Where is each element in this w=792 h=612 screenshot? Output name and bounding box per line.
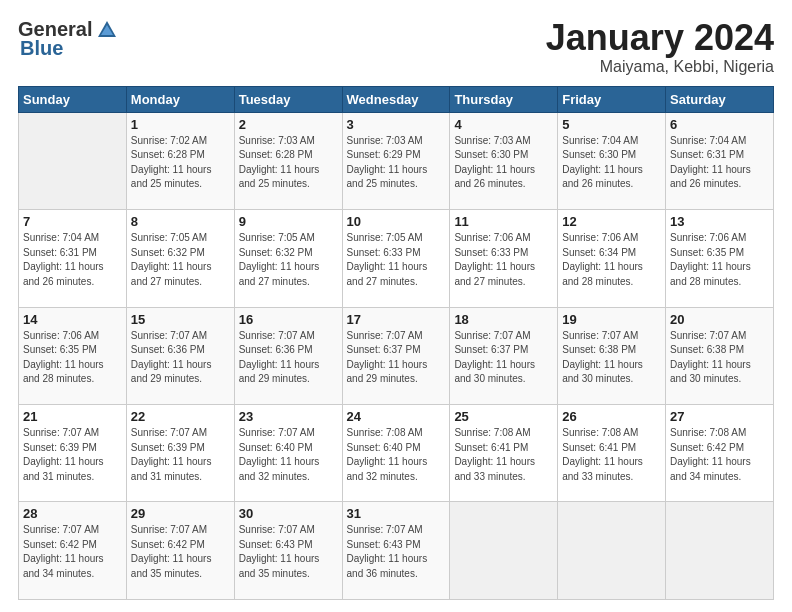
day-info: Sunrise: 7:07 AMSunset: 6:42 PMDaylight:… bbox=[23, 523, 122, 581]
col-friday: Friday bbox=[558, 86, 666, 112]
day-number: 20 bbox=[670, 312, 769, 327]
col-tuesday: Tuesday bbox=[234, 86, 342, 112]
day-number: 6 bbox=[670, 117, 769, 132]
table-row: 12Sunrise: 7:06 AMSunset: 6:34 PMDayligh… bbox=[558, 210, 666, 307]
day-number: 22 bbox=[131, 409, 230, 424]
table-row: 28Sunrise: 7:07 AMSunset: 6:42 PMDayligh… bbox=[19, 502, 127, 600]
day-info: Sunrise: 7:08 AMSunset: 6:41 PMDaylight:… bbox=[562, 426, 661, 484]
table-row: 8Sunrise: 7:05 AMSunset: 6:32 PMDaylight… bbox=[126, 210, 234, 307]
calendar-week-row: 28Sunrise: 7:07 AMSunset: 6:42 PMDayligh… bbox=[19, 502, 774, 600]
day-number: 31 bbox=[347, 506, 446, 521]
day-info: Sunrise: 7:02 AMSunset: 6:28 PMDaylight:… bbox=[131, 134, 230, 192]
day-info: Sunrise: 7:07 AMSunset: 6:42 PMDaylight:… bbox=[131, 523, 230, 581]
day-number: 2 bbox=[239, 117, 338, 132]
day-info: Sunrise: 7:07 AMSunset: 6:39 PMDaylight:… bbox=[131, 426, 230, 484]
table-row: 23Sunrise: 7:07 AMSunset: 6:40 PMDayligh… bbox=[234, 405, 342, 502]
table-row: 27Sunrise: 7:08 AMSunset: 6:42 PMDayligh… bbox=[666, 405, 774, 502]
table-row: 19Sunrise: 7:07 AMSunset: 6:38 PMDayligh… bbox=[558, 307, 666, 404]
day-info: Sunrise: 7:08 AMSunset: 6:40 PMDaylight:… bbox=[347, 426, 446, 484]
day-number: 5 bbox=[562, 117, 661, 132]
day-number: 16 bbox=[239, 312, 338, 327]
table-row bbox=[558, 502, 666, 600]
day-number: 12 bbox=[562, 214, 661, 229]
day-info: Sunrise: 7:07 AMSunset: 6:36 PMDaylight:… bbox=[239, 329, 338, 387]
day-number: 1 bbox=[131, 117, 230, 132]
day-info: Sunrise: 7:05 AMSunset: 6:33 PMDaylight:… bbox=[347, 231, 446, 289]
day-info: Sunrise: 7:04 AMSunset: 6:30 PMDaylight:… bbox=[562, 134, 661, 192]
calendar-week-row: 14Sunrise: 7:06 AMSunset: 6:35 PMDayligh… bbox=[19, 307, 774, 404]
table-row: 5Sunrise: 7:04 AMSunset: 6:30 PMDaylight… bbox=[558, 112, 666, 209]
table-row: 25Sunrise: 7:08 AMSunset: 6:41 PMDayligh… bbox=[450, 405, 558, 502]
calendar-table: Sunday Monday Tuesday Wednesday Thursday… bbox=[18, 86, 774, 600]
day-number: 21 bbox=[23, 409, 122, 424]
day-number: 7 bbox=[23, 214, 122, 229]
table-row: 26Sunrise: 7:08 AMSunset: 6:41 PMDayligh… bbox=[558, 405, 666, 502]
table-row bbox=[19, 112, 127, 209]
table-row: 14Sunrise: 7:06 AMSunset: 6:35 PMDayligh… bbox=[19, 307, 127, 404]
calendar-header-row: Sunday Monday Tuesday Wednesday Thursday… bbox=[19, 86, 774, 112]
day-number: 28 bbox=[23, 506, 122, 521]
day-number: 26 bbox=[562, 409, 661, 424]
table-row: 4Sunrise: 7:03 AMSunset: 6:30 PMDaylight… bbox=[450, 112, 558, 209]
col-saturday: Saturday bbox=[666, 86, 774, 112]
day-number: 3 bbox=[347, 117, 446, 132]
day-info: Sunrise: 7:07 AMSunset: 6:37 PMDaylight:… bbox=[454, 329, 553, 387]
table-row: 20Sunrise: 7:07 AMSunset: 6:38 PMDayligh… bbox=[666, 307, 774, 404]
header: General Blue January 2024 Maiyama, Kebbi… bbox=[18, 18, 774, 76]
day-number: 15 bbox=[131, 312, 230, 327]
day-number: 29 bbox=[131, 506, 230, 521]
table-row: 11Sunrise: 7:06 AMSunset: 6:33 PMDayligh… bbox=[450, 210, 558, 307]
page: General Blue January 2024 Maiyama, Kebbi… bbox=[0, 0, 792, 612]
day-number: 18 bbox=[454, 312, 553, 327]
table-row: 3Sunrise: 7:03 AMSunset: 6:29 PMDaylight… bbox=[342, 112, 450, 209]
calendar-subtitle: Maiyama, Kebbi, Nigeria bbox=[546, 58, 774, 76]
day-number: 9 bbox=[239, 214, 338, 229]
day-number: 23 bbox=[239, 409, 338, 424]
day-number: 17 bbox=[347, 312, 446, 327]
day-info: Sunrise: 7:07 AMSunset: 6:43 PMDaylight:… bbox=[239, 523, 338, 581]
col-wednesday: Wednesday bbox=[342, 86, 450, 112]
day-info: Sunrise: 7:07 AMSunset: 6:39 PMDaylight:… bbox=[23, 426, 122, 484]
calendar-week-row: 7Sunrise: 7:04 AMSunset: 6:31 PMDaylight… bbox=[19, 210, 774, 307]
table-row bbox=[666, 502, 774, 600]
table-row: 16Sunrise: 7:07 AMSunset: 6:36 PMDayligh… bbox=[234, 307, 342, 404]
day-number: 30 bbox=[239, 506, 338, 521]
calendar-week-row: 1Sunrise: 7:02 AMSunset: 6:28 PMDaylight… bbox=[19, 112, 774, 209]
title-block: January 2024 Maiyama, Kebbi, Nigeria bbox=[546, 18, 774, 76]
day-info: Sunrise: 7:05 AMSunset: 6:32 PMDaylight:… bbox=[239, 231, 338, 289]
calendar-title: January 2024 bbox=[546, 18, 774, 58]
day-info: Sunrise: 7:05 AMSunset: 6:32 PMDaylight:… bbox=[131, 231, 230, 289]
day-info: Sunrise: 7:07 AMSunset: 6:38 PMDaylight:… bbox=[670, 329, 769, 387]
table-row: 22Sunrise: 7:07 AMSunset: 6:39 PMDayligh… bbox=[126, 405, 234, 502]
day-info: Sunrise: 7:04 AMSunset: 6:31 PMDaylight:… bbox=[23, 231, 122, 289]
col-monday: Monday bbox=[126, 86, 234, 112]
table-row: 9Sunrise: 7:05 AMSunset: 6:32 PMDaylight… bbox=[234, 210, 342, 307]
day-number: 10 bbox=[347, 214, 446, 229]
day-info: Sunrise: 7:07 AMSunset: 6:36 PMDaylight:… bbox=[131, 329, 230, 387]
day-number: 14 bbox=[23, 312, 122, 327]
day-number: 24 bbox=[347, 409, 446, 424]
day-info: Sunrise: 7:07 AMSunset: 6:40 PMDaylight:… bbox=[239, 426, 338, 484]
table-row: 2Sunrise: 7:03 AMSunset: 6:28 PMDaylight… bbox=[234, 112, 342, 209]
table-row: 31Sunrise: 7:07 AMSunset: 6:43 PMDayligh… bbox=[342, 502, 450, 600]
table-row: 18Sunrise: 7:07 AMSunset: 6:37 PMDayligh… bbox=[450, 307, 558, 404]
day-info: Sunrise: 7:06 AMSunset: 6:35 PMDaylight:… bbox=[670, 231, 769, 289]
day-info: Sunrise: 7:07 AMSunset: 6:43 PMDaylight:… bbox=[347, 523, 446, 581]
day-number: 4 bbox=[454, 117, 553, 132]
col-sunday: Sunday bbox=[19, 86, 127, 112]
day-info: Sunrise: 7:08 AMSunset: 6:42 PMDaylight:… bbox=[670, 426, 769, 484]
day-number: 27 bbox=[670, 409, 769, 424]
table-row bbox=[450, 502, 558, 600]
table-row: 1Sunrise: 7:02 AMSunset: 6:28 PMDaylight… bbox=[126, 112, 234, 209]
day-info: Sunrise: 7:08 AMSunset: 6:41 PMDaylight:… bbox=[454, 426, 553, 484]
calendar-week-row: 21Sunrise: 7:07 AMSunset: 6:39 PMDayligh… bbox=[19, 405, 774, 502]
table-row: 13Sunrise: 7:06 AMSunset: 6:35 PMDayligh… bbox=[666, 210, 774, 307]
logo-blue: Blue bbox=[20, 37, 63, 60]
day-info: Sunrise: 7:07 AMSunset: 6:38 PMDaylight:… bbox=[562, 329, 661, 387]
day-info: Sunrise: 7:03 AMSunset: 6:28 PMDaylight:… bbox=[239, 134, 338, 192]
day-info: Sunrise: 7:04 AMSunset: 6:31 PMDaylight:… bbox=[670, 134, 769, 192]
table-row: 29Sunrise: 7:07 AMSunset: 6:42 PMDayligh… bbox=[126, 502, 234, 600]
day-number: 25 bbox=[454, 409, 553, 424]
table-row: 21Sunrise: 7:07 AMSunset: 6:39 PMDayligh… bbox=[19, 405, 127, 502]
day-info: Sunrise: 7:06 AMSunset: 6:35 PMDaylight:… bbox=[23, 329, 122, 387]
